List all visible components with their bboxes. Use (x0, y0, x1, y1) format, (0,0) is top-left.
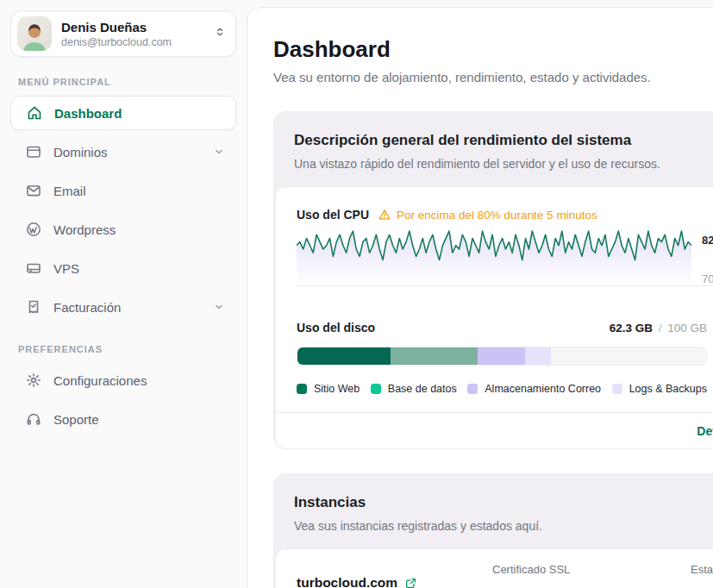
sidebar-item-vps[interactable]: VPS (10, 251, 236, 285)
performance-card-subtitle: Una vistazo rápido del rendimiento del s… (273, 155, 713, 172)
cpu-min-label: 70% (702, 272, 713, 285)
wordpress-icon (25, 221, 42, 238)
disk-separator: / (659, 322, 662, 335)
instance-domain: turbocloud.com (297, 575, 397, 588)
browser-icon (25, 143, 42, 160)
disk-used-value: 62.3 GB (610, 322, 653, 335)
sidebar-item-label: Wordpress (53, 222, 226, 237)
headphones-icon (25, 410, 42, 428)
disk-section: Uso del disco 62.3 GB / 100 GB Sitio Web… (276, 286, 713, 412)
sidebar-item-dashboard[interactable]: Dashboard (10, 96, 236, 130)
profile-email: denis@turbocloud.com (61, 35, 203, 49)
legend-label: Almacenamiento Correo (485, 383, 601, 395)
sidebar-item-label: VPS (53, 261, 226, 276)
legend-label: Sitio Web (314, 383, 360, 395)
sidebar-item-soporte[interactable]: Soporte (10, 402, 236, 436)
sidebar-item-label: Dashboard (54, 106, 225, 121)
legend-item: Sitio Web (297, 383, 360, 395)
chevron-up-down-icon (213, 25, 227, 42)
profile-text: Denis Dueñas denis@turbocloud.com (61, 19, 203, 49)
sidebar-item-label: Soporte (53, 412, 226, 427)
sidebar-item-label: Email (53, 184, 226, 198)
cpu-max-label: 82% (702, 234, 713, 247)
instances-card-subtitle: Vea sus instancias registradas y estados… (273, 517, 713, 535)
instances-card-title: Instancias (273, 492, 713, 513)
profile-card[interactable]: Denis Dueñas denis@turbocloud.com (10, 10, 236, 57)
page-subtitle: Vea su entorno de alojamiento, rendimien… (273, 68, 713, 86)
main-panel: Dashboard Vea su entorno de alojamiento,… (247, 7, 713, 588)
sidebar: Denis Dueñas denis@turbocloud.com MENÚ P… (0, 0, 247, 588)
sidebar-item-label: Facturación (53, 300, 201, 315)
instances-card: Instancias Vea sus instancias registrada… (273, 473, 713, 588)
receipt-icon (25, 298, 42, 316)
home-icon (26, 104, 43, 122)
disk-segment (525, 347, 551, 365)
sidebar-item-label: Dominios (53, 145, 201, 160)
sidebar-item-email[interactable]: Email (10, 173, 236, 208)
legend-item: Base de datos (371, 383, 457, 395)
cpu-chart: 82% 70% (297, 228, 713, 286)
mail-icon (25, 182, 42, 199)
instance-row: turbocloud.com Certificado SSL Estado (276, 549, 713, 588)
performance-card-footer: Detalles (276, 412, 713, 448)
sidebar-item-facturacion[interactable]: Facturación (10, 290, 236, 324)
disk-usage: 62.3 GB / 100 GB (610, 322, 707, 335)
sidebar-item-label: Configuraciones (53, 373, 226, 388)
sidebar-item-dominios[interactable]: Dominios (10, 134, 236, 169)
legend-swatch (467, 384, 478, 394)
chevron-down-icon (212, 145, 226, 159)
cpu-label: Uso del CPU (297, 208, 369, 222)
legend-swatch (297, 384, 307, 394)
legend-label: Logs & Backups (629, 383, 707, 395)
instance-status-label: Estado (691, 563, 713, 576)
disk-segment (391, 347, 478, 365)
gear-icon (25, 372, 42, 389)
cpu-warning-text: Por encima del 80% durante 5 minutos (397, 209, 597, 222)
legend-swatch (371, 384, 381, 394)
instances-sheet: turbocloud.com Certificado SSL Estado (275, 548, 713, 588)
sidebar-section-main-label: MENÚ PRINCIPAL (18, 77, 236, 87)
server-icon (25, 260, 42, 277)
cpu-sparkline (297, 228, 691, 285)
performance-card-title: Descripción general del rendimiento del … (273, 130, 713, 151)
disk-legend: Sitio WebBase de datosAlmacenamiento Cor… (297, 383, 707, 395)
instance-ssl-label: Certificado SSL (492, 563, 691, 576)
external-link-icon[interactable] (404, 577, 417, 588)
legend-item: Almacenamiento Correo (467, 383, 601, 395)
legend-item: Logs & Backups (612, 383, 707, 395)
disk-usage-bar (297, 347, 707, 366)
cpu-section: Uso del CPU Por encima del 80% durante 5… (276, 187, 713, 286)
disk-label: Uso del disco (297, 321, 610, 335)
disk-segment (297, 347, 391, 365)
legend-label: Base de datos (388, 383, 457, 395)
profile-name: Denis Dueñas (61, 19, 203, 35)
sidebar-item-configuraciones[interactable]: Configuraciones (10, 363, 236, 397)
legend-swatch (612, 384, 622, 394)
performance-sheet: Uso del CPU Por encima del 80% durante 5… (275, 186, 713, 449)
performance-card: Descripción general del rendimiento del … (273, 111, 713, 449)
sidebar-item-wordpress[interactable]: Wordpress (10, 212, 236, 247)
disk-total-value: 100 GB (667, 322, 707, 335)
chevron-down-icon (212, 300, 226, 314)
cpu-warning: Por encima del 80% durante 5 minutos (378, 208, 597, 222)
details-link[interactable]: Detalles (697, 424, 713, 438)
avatar (17, 16, 52, 51)
warning-icon (378, 208, 391, 222)
sidebar-section-preferences-label: PREFERENCIAS (18, 344, 236, 354)
disk-segment (478, 347, 525, 365)
page-title: Dashboard (273, 35, 713, 63)
